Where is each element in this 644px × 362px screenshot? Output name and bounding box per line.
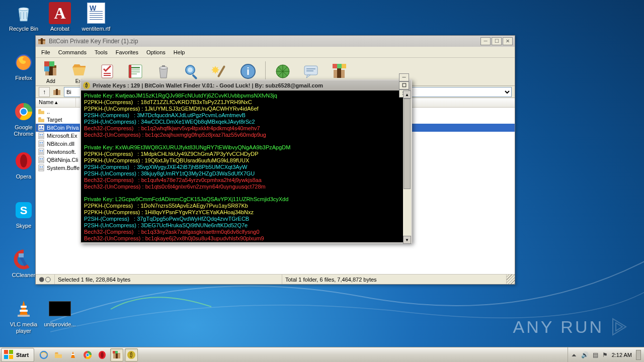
taskbar-chrome[interactable] — [81, 348, 94, 361]
toolbar-test[interactable] — [96, 62, 118, 81]
file-name: .. — [47, 109, 50, 115]
console-output[interactable]: Private Key: KwtjeaoJM15zK1RgQJv98FcNUut… — [81, 90, 403, 244]
toolbar-find[interactable] — [181, 62, 203, 81]
console-scrollbar[interactable]: ▲ ▼ — [403, 90, 411, 244]
svg-rect-23 — [104, 73, 111, 74]
svg-rect-11 — [20, 310, 28, 312]
menu-options[interactable]: Options — [143, 48, 169, 56]
svg-rect-67 — [39, 144, 43, 145]
menu-favorites[interactable]: Favorites — [112, 48, 142, 56]
file-type-icon — [38, 140, 45, 147]
menu-tools[interactable]: Tools — [91, 48, 111, 56]
taskbar-ie[interactable] — [37, 348, 50, 361]
taskbar-vlc[interactable] — [66, 348, 79, 361]
svg-rect-64 — [39, 141, 44, 147]
svg-rect-59 — [39, 133, 44, 139]
svg-rect-57 — [42, 126, 43, 128]
scroll-up[interactable]: ▲ — [403, 90, 411, 99]
desktop-icon-label: wentitem.rtf — [79, 26, 113, 32]
tray-network-icon[interactable]: ▤ — [593, 351, 598, 358]
taskbar-explorer[interactable] — [52, 348, 65, 361]
status-total: Total 1 folder, 6 files, 7,464,872 bytes — [282, 275, 507, 284]
maximize-button[interactable]: ☐ — [492, 37, 502, 45]
svg-rect-22 — [102, 65, 113, 78]
start-button[interactable]: Start — [1, 348, 34, 362]
tray-show-desktop[interactable] — [636, 350, 641, 360]
svg-rect-9 — [19, 253, 24, 257]
toolbar-add[interactable]: Add — [40, 60, 62, 84]
winrar-titlebar[interactable]: BitCoin Private Key Finder (1).zip ─ ☐ ✕ — [36, 36, 515, 47]
svg-point-81 — [42, 166, 43, 168]
toolbar-wizard[interactable] — [209, 62, 231, 81]
archive-icon — [53, 88, 61, 96]
desktop-icon-vlc[interactable]: VLC media player — [7, 298, 40, 334]
file-name: BitCoin Priva — [47, 125, 79, 131]
svg-rect-89 — [9, 355, 13, 359]
svg-point-94 — [87, 353, 89, 356]
winrar-menubar: File Commands Tools Favorites Options He… — [36, 47, 515, 58]
svg-rect-56 — [39, 126, 41, 128]
svg-rect-27 — [131, 69, 140, 70]
column-name[interactable]: Name ▴ — [36, 98, 76, 107]
svg-point-80 — [40, 166, 41, 168]
windows-logo-icon — [4, 349, 14, 360]
scroll-down[interactable]: ▼ — [403, 236, 411, 244]
tray-flag-icon[interactable]: ⚑ — [602, 351, 608, 358]
tray-expand-icon[interactable]: ⏶ — [571, 351, 577, 358]
svg-rect-86 — [4, 350, 8, 354]
toolbar-comment[interactable] — [300, 62, 322, 81]
svg-point-0 — [19, 8, 29, 11]
minimize-button[interactable]: ─ — [399, 73, 409, 81]
svg-rect-32 — [162, 65, 165, 67]
toolbar-sfx[interactable] — [328, 62, 350, 81]
console-titlebar[interactable]: ₿ Private Keys : 129 | BitCoin Wallet Fi… — [81, 80, 411, 90]
svg-rect-52 — [342, 64, 346, 68]
toolbar-delete[interactable] — [152, 62, 175, 81]
menu-commands[interactable]: Commands — [55, 48, 90, 56]
taskbar-winrar-active[interactable] — [110, 348, 123, 361]
svg-rect-54 — [56, 89, 58, 95]
firefox-icon — [13, 51, 35, 73]
maximize-button[interactable]: ☐ — [399, 81, 409, 89]
file-name: NBitcoin.dll — [47, 141, 74, 147]
recycle-bin-icon — [13, 2, 35, 24]
svg-rect-88 — [4, 355, 8, 359]
console-file-icon — [49, 298, 71, 320]
toolbar-view[interactable] — [124, 62, 146, 81]
vlc-icon — [13, 298, 35, 320]
svg-rect-82 — [39, 168, 43, 169]
svg-rect-78 — [39, 161, 43, 162]
svg-rect-63 — [39, 137, 43, 138]
desktop-icon-label: VLC media player — [7, 321, 40, 334]
svg-rect-87 — [9, 350, 13, 354]
svg-rect-62 — [39, 136, 43, 137]
menu-file[interactable]: File — [38, 48, 54, 56]
svg-rect-79 — [39, 165, 44, 171]
resize-grip[interactable] — [507, 275, 515, 284]
taskbar-opera[interactable] — [96, 348, 109, 361]
desktop-icon-recycle-bin[interactable]: Recycle Bin — [7, 2, 40, 32]
toolbar-virusscan[interactable] — [272, 62, 294, 81]
file-name: Microsoft.Ex — [47, 133, 77, 139]
up-button[interactable]: ↑ — [39, 87, 50, 97]
file-type-icon — [38, 124, 45, 131]
tray-volume-icon[interactable]: 🔊 — [581, 351, 589, 358]
desktop-icon-unitprovider[interactable]: unitprovide... — [43, 298, 76, 328]
close-button[interactable]: ✕ — [503, 37, 513, 45]
minimize-button[interactable]: ─ — [480, 37, 491, 45]
taskbar-bitcoin-app-active[interactable]: ₿ — [125, 348, 138, 361]
svg-rect-21 — [49, 61, 54, 66]
scroll-thumb[interactable] — [404, 99, 411, 189]
menu-help[interactable]: Help — [170, 48, 189, 56]
taskbar-pins: ₿ — [37, 348, 138, 361]
svg-rect-50 — [333, 64, 337, 68]
toolbar-info[interactable]: i — [237, 62, 259, 81]
svg-rect-51 — [337, 64, 342, 68]
svg-rect-68 — [39, 145, 43, 146]
svg-rect-20 — [44, 66, 49, 71]
start-label: Start — [16, 352, 29, 358]
skype-icon: S — [13, 199, 35, 221]
desktop-icon-acrobat[interactable]: A Acrobat — [43, 2, 76, 32]
tray-clock[interactable]: 2:12 AM — [612, 352, 632, 358]
desktop-icon-wentitem[interactable]: wentitem.rtf — [79, 2, 113, 32]
